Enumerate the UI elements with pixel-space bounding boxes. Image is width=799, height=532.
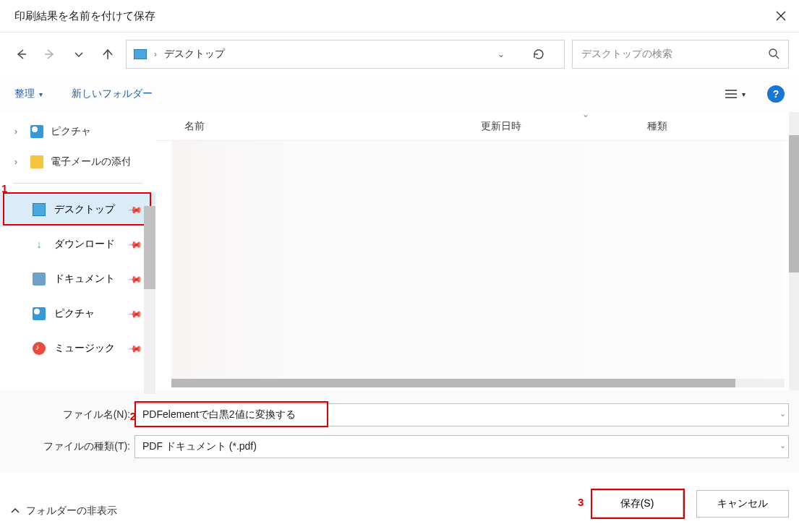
tree-label: ピクチャ	[51, 125, 91, 138]
scrollbar-thumb[interactable]	[171, 379, 735, 387]
window-title: 印刷結果を名前を付けて保存	[14, 9, 155, 23]
organize-menu[interactable]: 整理 ▾	[14, 87, 43, 100]
hide-folders-label: フォルダーの非表示	[26, 505, 117, 518]
file-list-pane: ⌄ 名前 更新日時 種類	[155, 112, 799, 390]
address-location: デスクトップ	[164, 48, 225, 61]
title-bar: 印刷結果を名前を付けて保存	[0, 0, 799, 33]
chevron-down-icon	[74, 49, 84, 59]
chevron-down-icon[interactable]: ⌄	[497, 49, 505, 59]
forward-button[interactable]	[39, 40, 61, 69]
close-icon	[775, 10, 787, 22]
download-icon: ↓	[33, 238, 46, 251]
column-date[interactable]: 更新日時	[481, 120, 647, 133]
sidebar: › ピクチャ › 電子メールの添付 1 デスクトップ 📌 ↓ ダウンロード	[0, 112, 155, 390]
new-folder-button[interactable]: 新しいフォルダー	[72, 87, 153, 100]
navigation-bar: › デスクトップ ⌄ デスクトップの検索	[0, 33, 799, 76]
quick-access-list: 1 デスクトップ 📌 ↓ ダウンロード 📌 ドキュメント 📌 ピクチャ 📌	[0, 192, 155, 366]
scrollbar-thumb[interactable]	[144, 206, 155, 289]
save-button[interactable]: 保存(S)	[591, 490, 683, 518]
tree-label: 電子メールの添付	[51, 155, 130, 168]
filetype-label: ファイルの種類(T):	[10, 440, 134, 453]
organize-label: 整理	[14, 87, 35, 100]
desktop-icon	[33, 203, 46, 216]
tree-item-mail-attachments[interactable]: › 電子メールの添付	[0, 147, 155, 177]
search-input[interactable]: デスクトップの検索	[572, 40, 789, 69]
refresh-icon	[532, 48, 545, 61]
column-type[interactable]: 種類	[647, 120, 799, 133]
pin-icon: 📌	[127, 306, 143, 322]
dropdown-triangle-icon: ▾	[742, 90, 745, 98]
chevron-down-icon[interactable]: ⌄	[582, 109, 589, 119]
horizontal-scrollbar[interactable]	[171, 379, 785, 387]
dropdown-triangle-icon: ▾	[39, 90, 43, 98]
vertical-scrollbar[interactable]	[789, 112, 799, 390]
sidebar-item-label: デスクトップ	[54, 203, 115, 216]
footer: フォルダーの非表示 3 保存(S) キャンセル	[0, 473, 799, 531]
sidebar-item-label: ミュージック	[54, 342, 115, 355]
pictures-icon	[30, 125, 43, 138]
sidebar-item-documents[interactable]: ドキュメント 📌	[0, 262, 155, 296]
main-area: › ピクチャ › 電子メールの添付 1 デスクトップ 📌 ↓ ダウンロード	[0, 112, 799, 390]
desktop-icon	[134, 49, 147, 59]
separator	[13, 183, 142, 184]
column-name[interactable]: 名前	[184, 120, 481, 133]
chevron-right-icon: ›	[14, 126, 23, 137]
sidebar-item-label: ダウンロード	[54, 238, 115, 251]
svg-point-5	[769, 49, 777, 56]
cancel-button[interactable]: キャンセル	[696, 490, 789, 518]
refresh-button[interactable]	[521, 40, 557, 69]
svg-line-6	[776, 56, 779, 59]
toolbar: 整理 ▾ 新しいフォルダー ▾ ?	[0, 76, 799, 112]
sidebar-item-downloads[interactable]: ↓ ダウンロード 📌	[0, 227, 155, 262]
close-button[interactable]	[763, 0, 799, 33]
view-menu[interactable]: ▾	[725, 89, 745, 99]
file-list-area[interactable]	[171, 141, 785, 387]
filename-label: ファイル名(N): 2	[10, 408, 134, 421]
form-area: ファイル名(N): 2 ⌄ ファイルの種類(T): PDF ドキュメント (*.…	[0, 390, 799, 473]
sidebar-item-label: ピクチャ	[54, 307, 95, 320]
search-placeholder: デスクトップの検索	[581, 48, 672, 61]
breadcrumb-separator-icon: ›	[154, 49, 157, 59]
chevron-right-icon: ›	[14, 157, 23, 167]
sidebar-item-pictures[interactable]: ピクチャ 📌	[0, 296, 155, 331]
tree-item-pictures[interactable]: › ピクチャ	[0, 116, 155, 147]
filetype-value: PDF ドキュメント (*.pdf)	[142, 440, 257, 453]
pictures-icon	[33, 307, 46, 320]
pin-icon: 📌	[127, 202, 143, 218]
list-view-icon	[725, 89, 738, 99]
annotation-3: 3	[578, 496, 584, 508]
folder-icon	[30, 155, 43, 168]
chevron-up-icon	[10, 506, 20, 516]
column-headers: ⌄ 名前 更新日時 種類	[155, 112, 799, 141]
arrow-up-icon	[101, 48, 114, 61]
sidebar-item-label: ドキュメント	[54, 273, 115, 286]
up-button[interactable]	[97, 40, 119, 69]
pin-icon: 📌	[127, 340, 143, 356]
address-bar[interactable]: › デスクトップ ⌄	[126, 40, 565, 69]
pin-icon: 📌	[127, 236, 143, 252]
sidebar-scrollbar[interactable]	[144, 206, 155, 394]
music-icon	[33, 342, 46, 355]
arrow-left-icon	[14, 48, 27, 61]
sidebar-item-music[interactable]: ミュージック 📌	[0, 331, 155, 366]
back-button[interactable]	[10, 40, 32, 69]
search-icon	[768, 48, 779, 61]
document-icon	[33, 273, 46, 286]
pin-icon: 📌	[127, 271, 143, 287]
hide-folders-toggle[interactable]: フォルダーの非表示	[10, 505, 117, 518]
filetype-select[interactable]: PDF ドキュメント (*.pdf)	[134, 435, 789, 458]
sidebar-item-desktop[interactable]: デスクトップ 📌	[0, 192, 155, 227]
scrollbar-thumb[interactable]	[789, 135, 799, 273]
arrow-right-icon	[43, 48, 56, 61]
help-button[interactable]: ?	[767, 85, 785, 103]
recent-button[interactable]	[68, 40, 90, 69]
filename-input[interactable]	[134, 403, 789, 426]
